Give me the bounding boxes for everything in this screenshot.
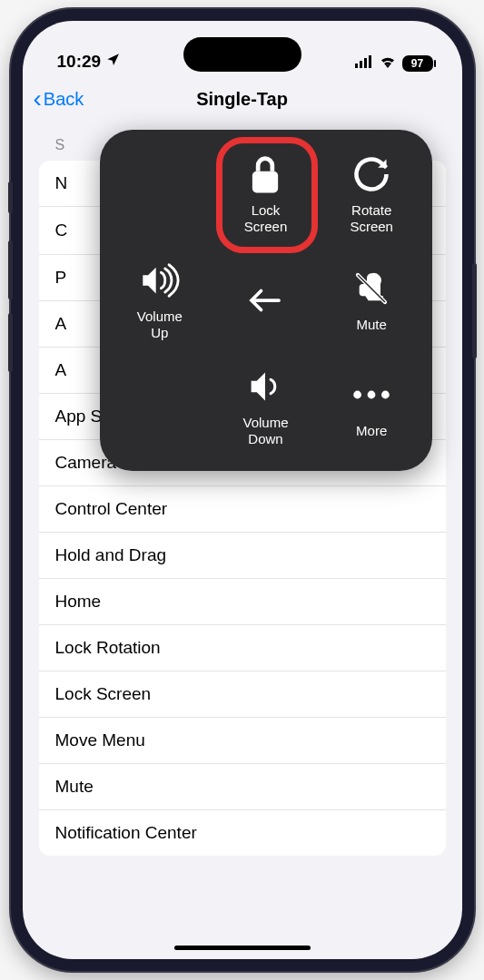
nav-bar: ‹ Back Single-Tap: [23, 77, 462, 121]
mute-icon: [351, 268, 392, 309]
list-item[interactable]: Mute: [39, 764, 446, 810]
lock-icon: [244, 153, 286, 195]
overlay-spacer: [107, 354, 213, 460]
svg-rect-0: [355, 64, 358, 68]
more-button[interactable]: More: [319, 354, 425, 460]
volume-down-icon: [244, 366, 286, 407]
volume-down-label: Volume Down: [242, 415, 288, 447]
assistive-touch-menu: Lock Screen Rotate Screen Volume Up: [100, 130, 432, 471]
back-arrow-button[interactable]: [212, 247, 319, 353]
home-indicator[interactable]: [174, 946, 311, 950]
volume-up-label: Volume Up: [137, 309, 183, 341]
svg-point-9: [381, 391, 390, 399]
more-label: More: [356, 423, 387, 439]
overlay-spacer: [107, 141, 213, 247]
lock-screen-button[interactable]: Lock Screen: [212, 141, 319, 247]
rotate-icon: [351, 153, 392, 195]
side-button: [8, 240, 13, 299]
list-item[interactable]: Lock Screen: [39, 671, 446, 718]
more-dots-icon: [351, 374, 392, 416]
rotate-screen-label: Rotate Screen: [350, 202, 393, 235]
volume-up-icon: [139, 260, 181, 301]
mute-button[interactable]: Mute: [319, 247, 425, 353]
battery-icon: 97: [402, 55, 433, 72]
svg-point-8: [368, 391, 376, 399]
status-left: 10:29: [57, 52, 122, 72]
svg-rect-2: [364, 58, 367, 68]
arrow-left-icon: [244, 279, 286, 321]
svg-rect-3: [369, 55, 371, 68]
side-button: [8, 181, 13, 213]
mute-label: Mute: [356, 317, 386, 333]
location-arrow-icon: [106, 52, 121, 72]
back-button[interactable]: ‹ Back: [34, 86, 84, 112]
lock-screen-label: Lock Screen: [244, 202, 288, 235]
svg-rect-4: [252, 172, 278, 193]
phone-screen: 10:29 97 ‹ Back S: [23, 21, 462, 959]
side-button: [8, 313, 13, 372]
list-item[interactable]: Control Center: [39, 486, 446, 533]
dynamic-island: [183, 37, 301, 72]
list-item[interactable]: Home: [39, 579, 446, 625]
svg-point-7: [353, 391, 361, 399]
list-item[interactable]: Lock Rotation: [39, 625, 446, 671]
list-item[interactable]: Notification Center: [39, 810, 446, 856]
rotate-screen-button[interactable]: Rotate Screen: [319, 141, 425, 247]
back-label: Back: [44, 89, 84, 110]
page-title: Single-Tap: [196, 89, 288, 110]
cellular-signal-icon: [355, 55, 373, 72]
volume-down-button[interactable]: Volume Down: [212, 354, 319, 460]
list-item[interactable]: Move Menu: [39, 718, 446, 764]
wifi-icon: [379, 55, 397, 72]
battery-percent: 97: [411, 57, 423, 70]
side-button: [472, 263, 477, 358]
list-item[interactable]: Hold and Drag: [39, 533, 446, 579]
chevron-left-icon: ‹: [34, 86, 42, 112]
svg-rect-1: [360, 61, 362, 68]
status-right: 97: [355, 55, 433, 72]
phone-frame: 10:29 97 ‹ Back S: [11, 9, 474, 971]
volume-up-button[interactable]: Volume Up: [107, 247, 213, 353]
status-time: 10:29: [57, 52, 102, 72]
